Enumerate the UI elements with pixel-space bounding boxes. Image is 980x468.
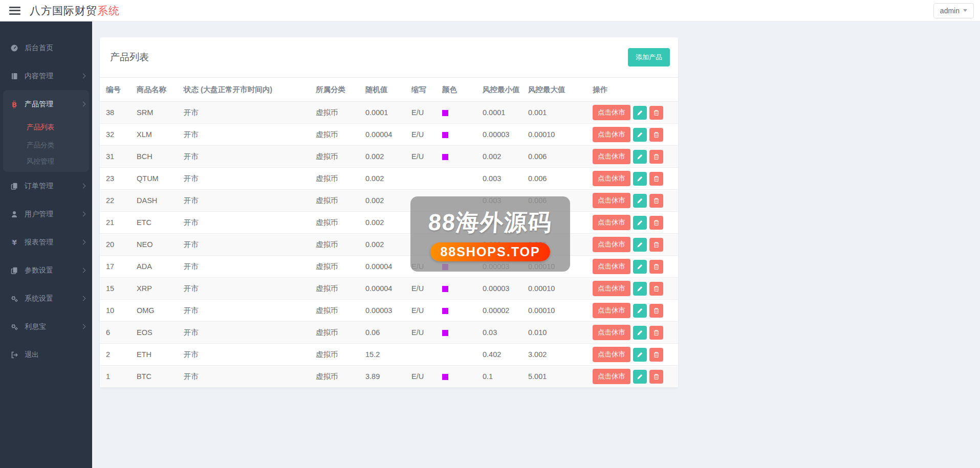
sidebar-item-label: 订单管理 [25,182,53,191]
sidebar-item-content[interactable]: 内容管理 [0,62,92,90]
edit-button[interactable] [633,304,647,318]
close-market-button[interactable]: 点击休市 [593,127,630,142]
delete-button[interactable] [649,304,663,318]
app-title-accent: 系统 [97,5,120,16]
close-market-button[interactable]: 点击休市 [593,149,630,164]
sidebar-item-system-settings[interactable]: 系统设置 [0,284,92,313]
table-row: 21 ETC 开市 虚拟币 0.002 0.003 0.006 点击休市 [100,212,678,234]
cell-actions: 点击休市 [589,146,678,168]
add-product-button[interactable]: 添加产品 [628,48,670,66]
cell-random: 0.00004 [361,124,407,146]
app-title-primary: 八方国际财贸 [30,5,97,16]
cell-status: 开市 [180,322,312,344]
close-market-button[interactable]: 点击休市 [593,171,630,186]
cell-random: 3.89 [361,366,407,388]
orders-icon [10,182,18,190]
close-market-button[interactable]: 点击休市 [593,105,630,120]
delete-button[interactable] [649,348,663,362]
sidebar-item-dashboard[interactable]: 后台首页 [0,34,92,62]
cell-abbr: E/U [407,124,438,146]
close-market-button[interactable]: 点击休市 [593,303,630,318]
delete-button[interactable] [649,238,663,252]
cell-name: ETC [133,212,180,234]
trash-icon [653,153,660,160]
sidebar-item-products[interactable]: B 产品管理 [3,90,89,118]
watermark-overlay: 88海外源码 88SHOPS.TOP [410,196,570,272]
app-title: 八方国际财贸系统 [30,4,120,18]
delete-button[interactable] [649,326,663,340]
delete-button[interactable] [649,128,663,142]
cell-color [438,366,478,388]
edit-button[interactable] [633,106,647,120]
cell-category: 虚拟币 [312,146,361,168]
edit-button[interactable] [633,348,647,362]
cell-id: 32 [100,124,133,146]
delete-button[interactable] [649,106,663,120]
edit-button[interactable] [633,216,647,230]
cell-category: 虚拟币 [312,300,361,322]
close-market-button[interactable]: 点击休市 [593,369,630,384]
cell-status: 开市 [180,124,312,146]
edit-button[interactable] [633,150,647,164]
edit-button[interactable] [633,282,647,296]
table-row: 20 NEO 开市 虚拟币 0.002 0.003 0.006 点击休市 [100,234,678,256]
edit-button[interactable] [633,260,647,274]
sidebar-item-product-list[interactable]: 产品列表 [3,118,89,136]
cell-actions: 点击休市 [589,102,678,124]
hamburger-menu-icon[interactable] [9,7,20,15]
table-row: 22 DASH 开市 虚拟币 0.002 0.003 0.006 点击休市 [100,190,678,212]
cell-min: 0.0001 [478,102,524,124]
close-market-button[interactable]: 点击休市 [593,281,630,296]
sidebar-item-label: 参数设置 [25,266,53,275]
sidebar-item-label: 报表管理 [25,238,53,247]
edit-button[interactable] [633,238,647,252]
cell-category: 虚拟币 [312,234,361,256]
cell-status: 开市 [180,256,312,278]
sidebar-item-parameters[interactable]: 参数设置 [0,256,92,284]
close-market-button[interactable]: 点击休市 [593,259,630,274]
pencil-icon [637,307,643,314]
edit-button[interactable] [633,194,647,208]
close-market-button[interactable]: 点击休市 [593,237,630,252]
cell-category: 虚拟币 [312,124,361,146]
cell-color [438,278,478,300]
edit-button[interactable] [633,326,647,340]
sidebar-item-risk-management[interactable]: 风控管理 [3,154,89,172]
sidebar-item-logout[interactable]: 退出 [0,341,92,369]
sidebar-item-users[interactable]: 用户管理 [0,200,92,228]
close-market-button[interactable]: 点击休市 [593,347,630,362]
delete-button[interactable] [649,282,663,296]
edit-button[interactable] [633,172,647,186]
close-market-button[interactable]: 点击休市 [593,325,630,340]
cell-category: 虚拟币 [312,344,361,366]
sidebar-item-orders[interactable]: 订单管理 [0,172,92,200]
edit-button[interactable] [633,128,647,142]
delete-button[interactable] [649,370,663,384]
cell-random: 0.00004 [361,256,407,278]
admin-dropdown-label: admin [940,7,960,15]
column-header-max: 风控最大值 [524,78,589,102]
trash-icon [653,131,660,138]
admin-dropdown[interactable]: admin [933,3,974,18]
cell-category: 虚拟币 [312,168,361,190]
delete-button[interactable] [649,216,663,230]
cell-category: 虚拟币 [312,256,361,278]
color-swatch [442,308,448,314]
close-market-button[interactable]: 点击休市 [593,215,630,230]
delete-button[interactable] [649,260,663,274]
sidebar-item-label: 后台首页 [25,43,53,53]
watermark-badge: 88SHOPS.TOP [430,242,550,261]
sidebar-item-reports[interactable]: ¥ 报表管理 [0,228,92,256]
chevron-right-icon [81,296,86,301]
sidebar-item-product-category[interactable]: 产品分类 [3,136,89,154]
delete-button[interactable] [649,150,663,164]
cell-id: 38 [100,102,133,124]
delete-button[interactable] [649,194,663,208]
chevron-right-icon [81,240,86,245]
sidebar-item-interest-treasure[interactable]: 利息宝 [0,313,92,341]
edit-button[interactable] [633,370,647,384]
delete-button[interactable] [649,172,663,186]
close-market-button[interactable]: 点击休市 [593,193,630,208]
cell-random: 0.06 [361,322,407,344]
table-row: 10 OMG 开市 虚拟币 0.00003 E/U 0.00002 0.0001… [100,300,678,322]
